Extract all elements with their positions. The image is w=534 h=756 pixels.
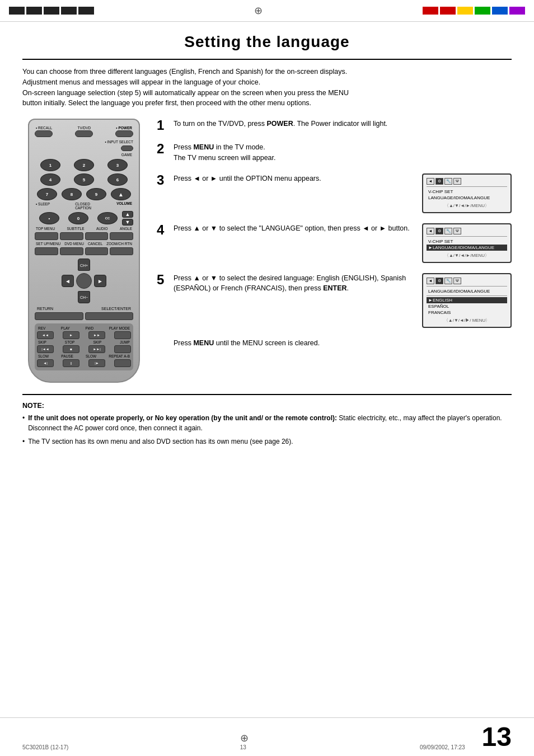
btn-up-arrow[interactable]: ▲ (111, 188, 131, 200)
transport-row-1: ◄◄ ► ►► (37, 331, 131, 339)
power-label: • POWER (116, 126, 132, 130)
select-enter-btn[interactable] (85, 312, 134, 320)
top-menu-btn[interactable] (35, 232, 58, 240)
page-title: Setting the language (22, 33, 512, 51)
btn-4[interactable]: 4 (40, 173, 60, 186)
screen-icon-1: ◄ (427, 178, 434, 185)
screen-icon-4: Ψ (453, 178, 461, 185)
note-text-2: The TV section has its own menu and also… (28, 436, 293, 447)
screen-4-nav: 〈▲/▼/◄/►/MENU〉 (427, 252, 507, 259)
btn-9[interactable]: 9 (86, 188, 106, 200)
slow-label: SLOW (38, 354, 49, 358)
btn-3[interactable]: 3 (107, 159, 128, 171)
slow-back-btn[interactable]: ◄| (37, 359, 54, 367)
return-enter-buttons (35, 312, 133, 320)
step-4-with-screen: 4 Press ▲ or ▼ to select the "LANGUAGE" … (157, 223, 512, 263)
note-section: NOTE: • If the unit does not operate pro… (22, 394, 512, 447)
stop-btn[interactable]: ■ (63, 345, 79, 353)
steps-column: 1 To turn on the TV/DVD, press POWER. Th… (157, 119, 512, 383)
top-bar: ⊕ (0, 0, 534, 22)
audio-btn[interactable] (85, 232, 109, 240)
screen-5-nav: 〈▲/▼/◄/▶/ MENU〉 (427, 317, 507, 323)
step-6-number (157, 338, 168, 345)
dvd-menu-label: DVD MENU (64, 242, 84, 246)
btn-1[interactable]: 1 (40, 159, 60, 171)
remote-top-labels: • RECALL TV/DVD • POWER (36, 126, 132, 130)
bar-block-4 (61, 7, 77, 15)
rev-btn[interactable]: ◄◄ (37, 331, 54, 339)
btn-cc[interactable]: CC (97, 212, 118, 224)
top-bar-left-blocks (9, 7, 94, 15)
transport-labels-1: REV PLAY FWD PLAY MODE (38, 326, 130, 330)
return-enter-labels: RETURN SELECT/ENTER (37, 307, 131, 311)
screen-3-nav: 〈▲/▼/◄/►/MENU〉 (427, 203, 507, 209)
remote-top-buttons (35, 130, 133, 137)
step-6: Press MENU until the MENU screen is clea… (157, 338, 512, 349)
color-block-yellow (457, 7, 473, 15)
btn-0[interactable]: 0 (68, 212, 88, 224)
input-select-button[interactable] (121, 145, 133, 151)
ch-minus-btn[interactable]: CH− (78, 291, 90, 303)
slow2-label: SLOW (86, 354, 96, 358)
vol-down-btn[interactable]: ▼ (122, 219, 133, 226)
btn-dot[interactable]: • (39, 212, 59, 224)
slow-fwd-btn[interactable]: |► (88, 359, 105, 367)
recall-button[interactable] (35, 130, 53, 137)
volume-label: VOLUME (116, 202, 132, 210)
vol-up-btn[interactable]: ▲ (122, 211, 133, 218)
pause-btn[interactable]: || (63, 359, 79, 367)
btn-5[interactable]: 5 (74, 173, 94, 186)
color-block-red2 (440, 7, 456, 15)
bullet-1: • (22, 413, 25, 433)
screen-4-icon-3: 🔧 (444, 228, 452, 234)
play-mode-btn[interactable] (114, 331, 131, 339)
bottom-bar: 5C30201B (12-17) ⊕ 13 09/09/2002, 17:23 … (0, 717, 534, 756)
bar-block-3 (44, 7, 59, 15)
skip-fwd-btn[interactable]: ►►| (88, 345, 105, 353)
jump-btn[interactable] (114, 345, 131, 353)
power-button[interactable] (115, 130, 133, 137)
arrow-right-btn[interactable]: ► (94, 275, 106, 287)
step-5-number: 5 (157, 273, 168, 287)
step-5-text: 5 Press ▲ or ▼ to select the desired lan… (157, 273, 413, 294)
cancel-label: CANCEL (88, 242, 102, 246)
center-select-btn[interactable] (76, 273, 92, 289)
btn-8[interactable]: 8 (62, 188, 82, 200)
step-1-content: To turn on the TV/DVD, press POWER. The … (174, 119, 512, 129)
btn-7[interactable]: 7 (37, 188, 57, 200)
zoom-btn[interactable] (110, 247, 133, 255)
play-label: PLAY (61, 326, 70, 330)
play-btn[interactable]: ► (63, 331, 79, 339)
cc-label: CLOSEDCAPTION (75, 202, 91, 210)
fwd-btn[interactable]: ►► (88, 331, 105, 339)
step-3: 3 Press ◄ or ► until the OPTION menu app… (157, 173, 413, 187)
angle-btn[interactable] (110, 232, 133, 240)
screen-5-mockup: ◄ ⚙ 🔧 Ψ LANGUAGE/IDIOMA/LANGUE ►ENGLISH … (422, 273, 512, 328)
dvd-menu-btn[interactable] (60, 247, 83, 255)
btn-2[interactable]: 2 (74, 159, 94, 171)
repeat-ab-btn[interactable] (114, 359, 131, 367)
ch-plus-btn[interactable]: CH+ (78, 259, 90, 271)
bar-block-2 (26, 7, 42, 15)
remote-control: • RECALL TV/DVD • POWER • INPUT SELECT (28, 119, 140, 383)
screen-5-top: ◄ ⚙ 🔧 Ψ (427, 278, 507, 287)
setup-btn[interactable] (35, 247, 58, 255)
tvdvd-button[interactable] (75, 130, 93, 137)
return-btn[interactable] (35, 312, 83, 320)
cancel-btn[interactable] (85, 247, 109, 255)
page-number-large: 13 (482, 724, 512, 750)
btn-6[interactable]: 6 (107, 173, 128, 186)
footer-center: ⊕ 13 (240, 732, 249, 750)
screen-5-icon-1: ◄ (427, 278, 434, 284)
note-item-2: • The TV section has its own menu and al… (22, 436, 512, 447)
screen-4-mockup: ◄ ⚙ 🔧 Ψ V-CHIP SET ►LANGUAGE/IDIOMA/LANG… (422, 223, 512, 263)
bar-block-1 (9, 7, 25, 15)
screen-5-english: ►ENGLISH (427, 297, 507, 303)
skip-back-btn[interactable]: |◄◄ (37, 345, 54, 353)
screen-4-icon-4: Ψ (453, 228, 461, 234)
subtitle-btn[interactable] (60, 232, 83, 240)
note-title: NOTE: (22, 402, 512, 410)
arrow-left-btn[interactable]: ◄ (62, 275, 74, 287)
step-3-text: 3 Press ◄ or ► until the OPTION menu app… (157, 173, 413, 187)
screen-4-icons: ◄ ⚙ 🔧 Ψ (427, 228, 461, 234)
